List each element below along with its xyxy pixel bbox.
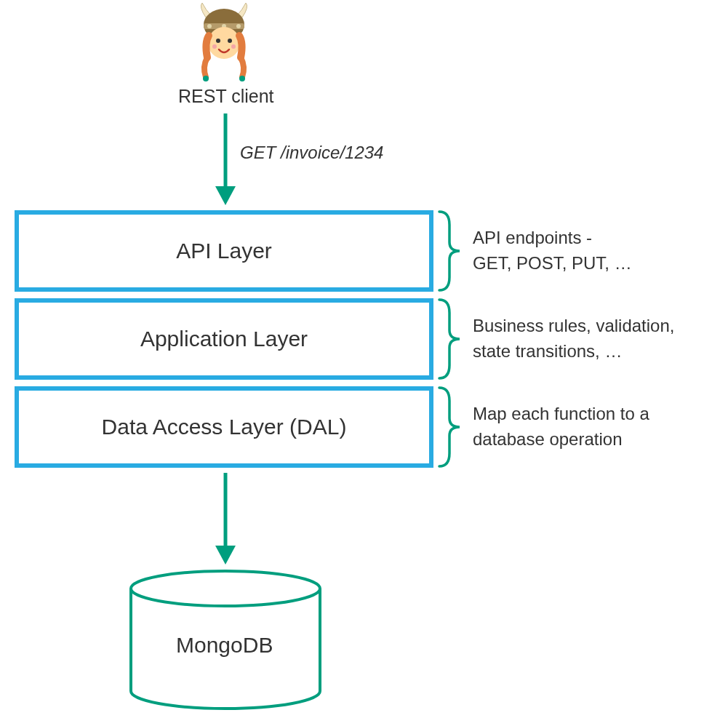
svg-point-10: [212, 44, 217, 49]
layer-title: API Layer: [176, 239, 272, 263]
svg-marker-13: [215, 186, 236, 205]
annotation-application: Business rules, validation, state transi…: [473, 314, 674, 364]
svg-point-5: [208, 27, 240, 59]
layer-box-api: API Layer: [15, 210, 433, 292]
client-label: REST client: [178, 86, 274, 107]
arrow-layers-to-db: [211, 473, 240, 565]
database-label: MongoDB: [176, 633, 273, 658]
svg-point-2: [207, 24, 212, 28]
svg-point-8: [216, 39, 220, 43]
brace-application: [436, 298, 461, 380]
layer-title: Application Layer: [140, 327, 308, 351]
architecture-diagram: REST client GET /invoice/1234 API Layer …: [0, 0, 728, 726]
svg-point-11: [231, 44, 236, 49]
client-avatar-icon: [191, 3, 257, 83]
svg-point-7: [239, 76, 245, 81]
annotation-dal: Map each function to a database operatio…: [473, 402, 649, 452]
svg-point-9: [228, 39, 232, 43]
svg-point-16: [131, 571, 320, 606]
brace-dal: [436, 386, 461, 468]
layer-title: Data Access Layer (DAL): [102, 415, 347, 439]
svg-point-6: [203, 76, 209, 81]
svg-marker-15: [215, 546, 236, 565]
arrow-client-to-layers: [211, 113, 240, 205]
annotation-api: API endpoints - GET, POST, PUT, …: [473, 226, 632, 276]
layer-box-application: Application Layer: [15, 298, 433, 380]
request-label: GET /invoice/1234: [240, 143, 383, 163]
layer-box-dal: Data Access Layer (DAL): [15, 386, 433, 468]
svg-point-4: [236, 24, 241, 28]
brace-api: [436, 210, 461, 292]
